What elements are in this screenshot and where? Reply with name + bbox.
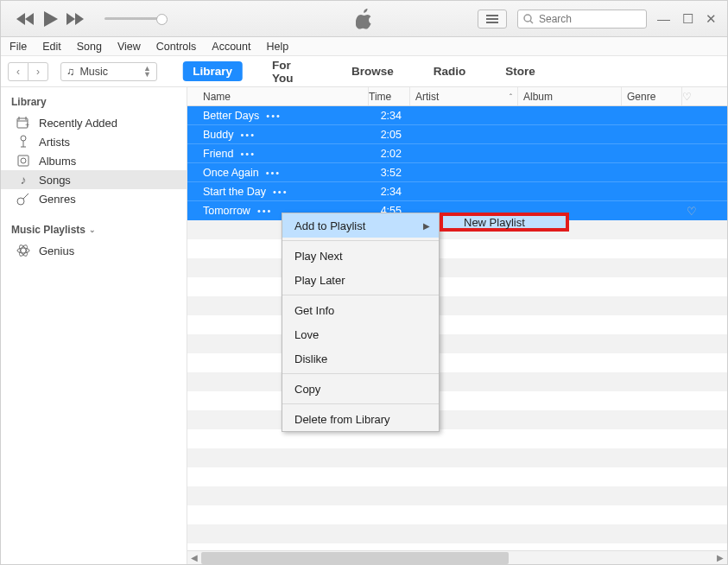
- col-genre[interactable]: Genre: [622, 87, 682, 105]
- submenu-new-playlist[interactable]: New Playlist: [440, 213, 569, 232]
- media-type-selector[interactable]: ♫ Music ▲▼: [60, 62, 157, 81]
- svg-point-15: [21, 136, 26, 141]
- tab-for-you[interactable]: For You: [262, 55, 322, 88]
- table-row[interactable]: Once Again••• 3:52: [187, 163, 727, 182]
- play-button[interactable]: [42, 11, 58, 27]
- chevron-down-icon: ⌄: [89, 225, 96, 234]
- song-name: Start the Day: [203, 186, 266, 198]
- ctx-label: Add to Playlist: [294, 219, 365, 232]
- scroll-track[interactable]: [201, 552, 713, 564]
- tab-browse[interactable]: Browse: [341, 61, 404, 81]
- list-view-button[interactable]: [478, 10, 507, 29]
- window-controls: — ☐ ✕: [657, 11, 717, 27]
- menu-edit[interactable]: Edit: [42, 41, 61, 53]
- svg-rect-7: [486, 22, 498, 23]
- row-more-icon[interactable]: •••: [240, 149, 256, 159]
- sidebar-item-label: Albums: [39, 155, 76, 168]
- sidebar-item-genius[interactable]: Genius: [1, 241, 187, 260]
- svg-marker-4: [75, 13, 84, 25]
- ctx-love[interactable]: Love: [282, 322, 439, 346]
- scroll-thumb[interactable]: [201, 552, 509, 564]
- menu-help[interactable]: Help: [267, 41, 289, 53]
- sidebar-item-artists[interactable]: Artists: [1, 132, 187, 151]
- sidebar: Library + Recently Added Artists Albums …: [1, 87, 187, 564]
- col-name[interactable]: Name: [187, 87, 369, 105]
- svg-point-8: [524, 15, 531, 22]
- table-row[interactable]: Friend••• 2:02: [187, 144, 727, 163]
- clock-plus-icon: +: [16, 116, 30, 130]
- ctx-get-info[interactable]: Get Info: [282, 298, 439, 322]
- tab-radio[interactable]: Radio: [423, 61, 477, 81]
- nav-tabs: Library For You Browse Radio Store: [182, 55, 546, 88]
- back-button[interactable]: ‹: [8, 62, 28, 81]
- song-time: 3:52: [369, 167, 410, 179]
- svg-point-20: [17, 198, 24, 205]
- col-time[interactable]: Time: [369, 87, 410, 105]
- search-box[interactable]: [517, 10, 647, 29]
- sidebar-item-albums[interactable]: Albums: [1, 151, 187, 170]
- guitar-icon: [16, 192, 30, 206]
- table-row[interactable]: Better Days••• 2:34: [187, 106, 727, 125]
- scroll-left-icon[interactable]: ◀: [187, 553, 201, 562]
- table-row[interactable]: Buddy••• 2:05: [187, 125, 727, 144]
- ctx-delete-from-library[interactable]: Delete from Library: [282, 407, 439, 431]
- sidebar-section-playlists[interactable]: Music Playlists ⌄: [1, 208, 187, 241]
- ctx-separator: [282, 373, 439, 374]
- menu-account[interactable]: Account: [212, 41, 250, 53]
- row-more-icon[interactable]: •••: [240, 130, 256, 140]
- genius-atom-icon: [16, 244, 30, 257]
- ctx-copy[interactable]: Copy: [282, 377, 439, 401]
- forward-nav-button[interactable]: ›: [28, 62, 48, 81]
- col-heart[interactable]: ♡: [682, 87, 701, 105]
- song-time: 2:05: [369, 129, 410, 141]
- sidebar-item-recently-added[interactable]: + Recently Added: [1, 113, 187, 132]
- ctx-play-next[interactable]: Play Next: [282, 244, 439, 268]
- col-album[interactable]: Album: [518, 87, 622, 105]
- row-more-icon[interactable]: •••: [266, 168, 282, 178]
- heart-icon[interactable]: ♡: [682, 205, 701, 218]
- close-button[interactable]: ✕: [706, 11, 717, 27]
- menu-controls[interactable]: Controls: [156, 41, 197, 53]
- song-name: Buddy: [203, 129, 233, 141]
- sidebar-item-label: Songs: [39, 174, 71, 187]
- sort-asc-icon: ˆ: [510, 92, 512, 101]
- tab-library[interactable]: Library: [182, 61, 243, 81]
- minimize-button[interactable]: —: [657, 11, 670, 27]
- playback-controls: [16, 11, 165, 27]
- ctx-add-to-playlist[interactable]: Add to Playlist ▶: [282, 213, 439, 238]
- ctx-play-later[interactable]: Play Later: [282, 268, 439, 292]
- forward-button[interactable]: [66, 13, 84, 25]
- svg-rect-5: [486, 15, 498, 16]
- col-artist[interactable]: Artist ˆ: [410, 87, 518, 105]
- maximize-button[interactable]: ☐: [682, 11, 693, 27]
- scroll-right-icon[interactable]: ▶: [713, 553, 727, 562]
- search-input[interactable]: [539, 13, 641, 25]
- title-right-controls: — ☐ ✕: [478, 10, 717, 29]
- sidebar-item-genres[interactable]: Genres: [1, 189, 187, 208]
- sidebar-item-label: Recently Added: [39, 117, 117, 130]
- table-row[interactable]: Start the Day••• 2:34: [187, 182, 727, 201]
- menu-view[interactable]: View: [117, 41, 141, 53]
- menu-file[interactable]: File: [9, 41, 27, 53]
- sidebar-section-library: Library: [1, 92, 187, 113]
- svg-point-19: [21, 158, 26, 163]
- rewind-button[interactable]: [16, 13, 34, 25]
- search-icon: [523, 14, 534, 24]
- menu-song[interactable]: Song: [77, 41, 102, 53]
- row-more-icon[interactable]: •••: [257, 206, 273, 216]
- context-menu: Add to Playlist ▶ Play Next Play Later G…: [282, 213, 440, 432]
- sidebar-item-songs[interactable]: ♪ Songs: [1, 170, 187, 189]
- horizontal-scrollbar[interactable]: ◀ ▶: [187, 550, 727, 564]
- column-header: Name Time Artist ˆ Album Genre ♡: [187, 87, 727, 106]
- microphone-icon: [16, 135, 30, 149]
- ctx-separator: [282, 295, 439, 295]
- volume-slider[interactable]: [104, 17, 165, 20]
- updown-icon: ▲▼: [143, 66, 151, 78]
- row-more-icon[interactable]: •••: [266, 111, 282, 121]
- ctx-separator: [282, 403, 439, 404]
- ctx-dislike[interactable]: Dislike: [282, 346, 439, 371]
- row-more-icon[interactable]: •••: [273, 187, 288, 197]
- tab-store[interactable]: Store: [495, 61, 546, 81]
- svg-point-22: [17, 248, 29, 253]
- song-name: Better Days: [203, 110, 259, 122]
